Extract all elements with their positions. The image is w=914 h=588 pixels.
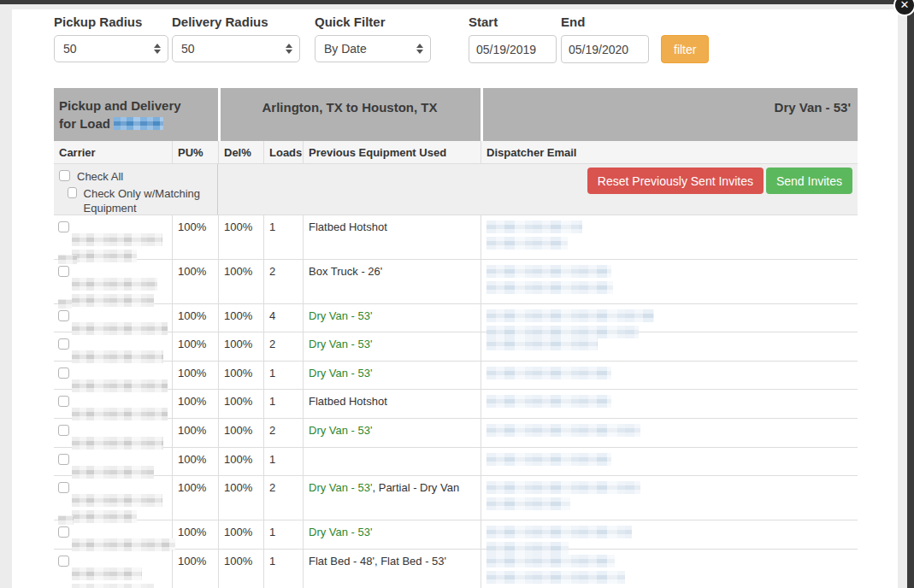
- dispatcher-email-redacted: [481, 260, 858, 303]
- table-row: 100% 100% 2 Box Truck - 26': [54, 260, 858, 304]
- dispatcher-email-redacted: [481, 332, 858, 361]
- carrier-blur-line: [72, 278, 157, 291]
- dispatcher-email-redacted: [481, 448, 858, 475]
- email-blur-line: [486, 497, 570, 510]
- del-cell: 100%: [219, 260, 264, 303]
- email-blur-line: [486, 453, 611, 466]
- dispatcher-email-redacted: [481, 550, 858, 588]
- row-checkbox[interactable]: [58, 425, 69, 436]
- loads-cell: 1: [264, 520, 304, 549]
- equipment-cell: Dry Van - 53': [304, 419, 481, 447]
- row-checkbox[interactable]: [58, 310, 69, 321]
- del-cell: 100%: [219, 362, 264, 389]
- row-checkbox[interactable]: [58, 396, 69, 407]
- filter-button[interactable]: filter: [661, 35, 709, 63]
- email-blur-line: [486, 309, 654, 322]
- pu-cell: 100%: [173, 520, 219, 549]
- pu-cell: 100%: [173, 304, 219, 332]
- equipment-cell: Dry Van - 53': [304, 304, 481, 332]
- row-checkbox[interactable]: [58, 526, 69, 538]
- row-checkbox[interactable]: [58, 266, 69, 277]
- pu-cell: 100%: [173, 476, 219, 520]
- pickup-radius-select[interactable]: 50: [54, 35, 168, 62]
- dispatcher-email-redacted: [481, 476, 858, 520]
- pickup-radius-value: 50: [63, 42, 77, 56]
- table-row: 100% 100% 4 Dry Van - 53': [54, 304, 858, 332]
- row-checkbox[interactable]: [58, 368, 69, 379]
- equipment-cell: Dry Van - 53': [304, 520, 481, 549]
- pu-cell: 100%: [173, 390, 219, 418]
- check-matching-checkbox[interactable]: [68, 187, 77, 198]
- col-dispatcher-email: Dispatcher Email: [481, 141, 858, 163]
- load-title-cell: Pickup and Delivery for Load: [54, 88, 218, 141]
- equipment-text: Box Truck - 26': [309, 265, 382, 278]
- pu-cell: 100%: [173, 448, 219, 475]
- quick-filter-select[interactable]: By Date: [315, 35, 431, 62]
- carrier-cell: [54, 448, 173, 475]
- check-all-label: Check All: [77, 170, 123, 185]
- row-checkbox[interactable]: [58, 556, 69, 567]
- del-cell: 100%: [219, 520, 264, 549]
- filter-bar: Pickup Radius 50 Delivery Radius 50 Quic…: [54, 15, 858, 71]
- check-matching-label: Check Only w/Matching Equipment: [84, 187, 217, 216]
- pu-cell: 100%: [173, 419, 219, 447]
- end-date-input[interactable]: [561, 35, 649, 63]
- start-date-label: Start: [469, 15, 557, 29]
- row-checkbox[interactable]: [58, 338, 69, 350]
- loads-cell: 1: [264, 550, 304, 588]
- pu-cell: 100%: [173, 215, 219, 259]
- email-blur-line: [486, 424, 640, 437]
- equipment-text: Dry Van - 53': [309, 424, 373, 437]
- quick-filter-value: By Date: [324, 42, 367, 56]
- row-checkbox[interactable]: [58, 221, 69, 232]
- col-pu: PU%: [173, 141, 219, 163]
- del-cell: 100%: [219, 304, 264, 332]
- dispatcher-email-redacted: [481, 419, 858, 447]
- del-cell: 100%: [219, 332, 264, 361]
- del-cell: 100%: [219, 419, 264, 447]
- equipment-text: Dry Van - 53': [309, 367, 373, 379]
- dispatcher-email-redacted: [481, 390, 858, 418]
- carrier-blur-line: [72, 494, 162, 507]
- loads-cell: 2: [264, 476, 304, 520]
- pickup-radius-group: Pickup Radius 50: [54, 15, 168, 62]
- chevron-updown-icon: [286, 44, 292, 54]
- col-loads: Loads: [264, 141, 304, 163]
- row-checkbox[interactable]: [58, 454, 69, 465]
- carrier-cell: [54, 520, 173, 549]
- col-del: Del%: [219, 141, 264, 163]
- loads-cell: 1: [264, 362, 304, 389]
- equipment-cell: Dry Van - 53', Partial - Dry Van: [304, 476, 481, 520]
- table-row: 100% 100% 1 Flatbed Hotshot: [54, 215, 858, 260]
- route-cell: Arlington, TX to Houston, TX: [221, 88, 481, 141]
- delivery-radius-value: 50: [181, 42, 195, 56]
- email-blur-line: [486, 367, 611, 379]
- invite-carriers-modal: Pickup Radius 50 Delivery Radius 50 Quic…: [12, 9, 898, 588]
- row-checkbox[interactable]: [58, 482, 69, 493]
- table-row: 100% 100% 2 Dry Van - 53': [54, 419, 858, 448]
- check-controls: Check All Check Only w/Matching Equipmen…: [54, 164, 218, 215]
- del-cell: 100%: [219, 390, 264, 418]
- reset-invites-button[interactable]: Reset Previously Sent Invites: [587, 168, 764, 194]
- delivery-radius-select[interactable]: 50: [172, 35, 300, 62]
- table-group-header: Pickup and Delivery for Load Arlington, …: [54, 88, 858, 141]
- carrier-blur-line: [72, 584, 154, 588]
- equipment-cell: Box Truck - 26': [304, 260, 481, 303]
- equipment-text: Dry Van - 53': [309, 481, 373, 494]
- start-date-input[interactable]: [469, 35, 557, 63]
- check-all-checkbox[interactable]: [59, 170, 70, 181]
- loads-cell: 2: [264, 332, 304, 361]
- end-date-label: End: [561, 15, 649, 29]
- equipment-text: Dry Van - 53': [309, 309, 373, 322]
- load-title-line1: Pickup and Delivery: [59, 98, 181, 113]
- load-id-redacted: [114, 117, 163, 130]
- carrier-blur-line: [72, 233, 162, 246]
- equipment-cell: Dry Van - 53': [304, 362, 481, 389]
- email-blur-line: [486, 338, 598, 350]
- send-invites-button[interactable]: Send Invites: [766, 168, 852, 194]
- table-body: 100% 100% 1 Flatbed Hotshot 100% 100% 2 …: [54, 215, 858, 588]
- del-cell: 100%: [219, 476, 264, 520]
- carrier-cell: [54, 476, 173, 520]
- load-title-line2: for Load: [59, 116, 110, 131]
- pu-cell: 100%: [173, 260, 219, 303]
